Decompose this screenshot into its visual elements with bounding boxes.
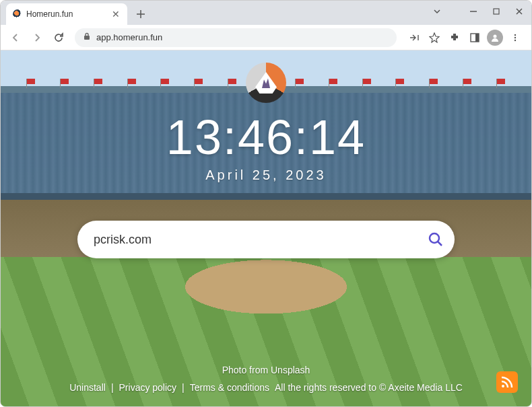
- photo-credit: Photo from Unsplash: [1, 365, 531, 375]
- minimize-button[interactable]: [467, 5, 480, 18]
- browser-tab[interactable]: Homerun.fun ✕: [6, 3, 127, 25]
- svg-rect-3: [475, 34, 479, 42]
- svg-rect-1: [84, 36, 90, 40]
- url-bar[interactable]: app.homerun.fun: [75, 28, 397, 47]
- rss-button[interactable]: [496, 371, 518, 393]
- close-window-button[interactable]: [512, 5, 526, 18]
- close-tab-icon[interactable]: ✕: [111, 9, 121, 19]
- copyright-text: All the rights reserved to © Axeite Medi…: [272, 382, 465, 393]
- search-button[interactable]: [421, 225, 451, 254]
- privacy-link[interactable]: Privacy policy: [117, 382, 180, 393]
- terms-link[interactable]: Terms & conditions: [187, 382, 272, 393]
- url-text: app.homerun.fun: [96, 32, 162, 42]
- search-container: [77, 221, 455, 258]
- browser-window: Homerun.fun ✕: [0, 0, 532, 407]
- svg-point-4: [494, 34, 497, 38]
- reload-button[interactable]: [49, 28, 68, 47]
- rss-icon: [500, 375, 514, 389]
- back-button[interactable]: [6, 28, 25, 47]
- extensions-icon[interactable]: [446, 30, 463, 46]
- page-footer: Photo from Unsplash Uninstall | Privacy …: [1, 365, 531, 393]
- toolbar-icons: [403, 30, 526, 46]
- menu-icon[interactable]: [507, 30, 523, 46]
- tab-title: Homerun.fun: [26, 9, 107, 19]
- svg-point-6: [514, 36, 516, 38]
- svg-point-5: [514, 34, 516, 35]
- profile-icon: [487, 30, 503, 46]
- site-logo: [246, 63, 286, 103]
- search-input[interactable]: [94, 233, 421, 247]
- side-panel-icon[interactable]: [467, 30, 483, 46]
- chevron-down-icon[interactable]: [430, 5, 444, 18]
- share-icon[interactable]: [406, 30, 422, 46]
- svg-rect-0: [494, 9, 499, 14]
- footer-links: Uninstall | Privacy policy | Terms & con…: [1, 382, 531, 393]
- tab-favicon-icon: [13, 9, 22, 19]
- page-content: 13:46:14 April 25, 2023 Photo from Unspl…: [1, 50, 531, 406]
- forward-button: [28, 28, 46, 47]
- svg-point-7: [514, 39, 516, 40]
- profile-button[interactable]: [487, 30, 503, 46]
- address-bar: app.homerun.fun: [1, 25, 531, 50]
- date-display: April 25, 2023: [205, 168, 326, 183]
- svg-point-8: [430, 233, 439, 243]
- new-tab-button[interactable]: [131, 5, 150, 24]
- bookmark-icon[interactable]: [426, 30, 442, 46]
- svg-point-9: [502, 385, 504, 387]
- uninstall-link[interactable]: Uninstall: [67, 382, 108, 393]
- clock-display: 13:46:14: [166, 110, 366, 165]
- lock-icon: [83, 32, 91, 42]
- window-controls: [430, 5, 526, 18]
- tab-bar: Homerun.fun ✕: [1, 1, 531, 25]
- maximize-button[interactable]: [490, 5, 503, 18]
